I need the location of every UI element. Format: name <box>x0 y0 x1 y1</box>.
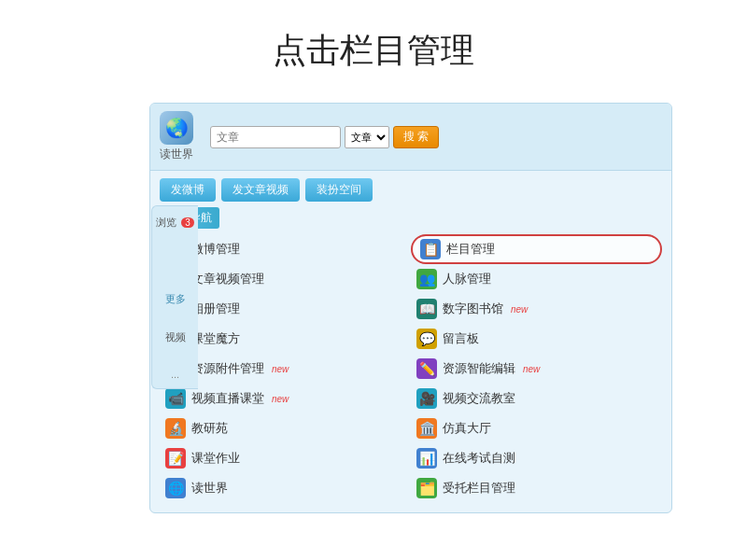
live-label: 视频直播课堂 <box>191 390 264 407</box>
homework-label: 课堂作业 <box>191 450 240 467</box>
sidebar-more[interactable]: 更多 <box>154 289 196 309</box>
renmai-label: 人脉管理 <box>443 271 491 287</box>
resource-new-badge: new <box>272 364 289 374</box>
trusted-lanmu-label: 受托栏目管理 <box>443 480 515 497</box>
live-icon: 📹 <box>165 388 186 409</box>
lanmu-label: 栏目管理 <box>446 241 495 258</box>
homework-icon: 📝 <box>165 448 186 469</box>
exam-label: 在线考试自测 <box>443 450 515 467</box>
search-type-select[interactable]: 文章 <box>345 126 389 148</box>
globe-icon: 🌏 <box>165 117 189 139</box>
page-title: 点击栏目管理 <box>0 0 747 92</box>
research-icon: 🔬 <box>165 418 186 439</box>
menu-item-smart-edit[interactable]: ✏️ 资源智能编辑 new <box>411 354 662 384</box>
menu-item-renmai[interactable]: 👥 人脉管理 <box>411 264 662 294</box>
library-icon: 📖 <box>416 299 437 319</box>
resource-label: 资源附件管理 <box>191 360 264 377</box>
search-area: 文章 搜 索 <box>210 126 439 148</box>
search-button[interactable]: 搜 索 <box>393 126 439 148</box>
card-topbar: 🌏 读世界 文章 搜 索 <box>150 104 671 171</box>
simulation-label: 仿真大厅 <box>443 420 491 437</box>
video-exchange-label: 视频交流教室 <box>443 390 515 407</box>
menu-item-trusted-lanmu[interactable]: 🗂️ 受托栏目管理 <box>411 473 662 503</box>
menu-item-library[interactable]: 📖 数字图书馆 new <box>411 294 662 324</box>
browse-count: 3 <box>181 217 194 228</box>
smart-edit-label: 资源智能编辑 <box>443 360 515 377</box>
menu-item-research[interactable]: 🔬 教研苑 <box>160 413 411 443</box>
exam-icon: 📊 <box>416 448 437 469</box>
post-weibo-button[interactable]: 发微博 <box>160 178 216 202</box>
dushijie-label: 读世界 <box>191 480 228 497</box>
menu-item-homework[interactable]: 📝 课堂作业 <box>160 443 411 473</box>
library-new-badge: new <box>511 304 528 315</box>
simulation-icon: 🏛️ <box>416 418 437 439</box>
sidebar-dots: ... <box>154 366 196 383</box>
action-row: 发微博 发文章视频 装扮空间 <box>150 171 671 207</box>
smart-edit-icon: ✏️ <box>416 358 437 379</box>
lanmu-icon: 📋 <box>420 239 441 259</box>
weibo-label: 微博管理 <box>191 241 240 258</box>
live-new-badge: new <box>272 394 289 404</box>
video-exchange-icon: 🎥 <box>416 388 437 409</box>
smart-edit-new-badge: new <box>523 364 540 374</box>
menu-item-video-exchange[interactable]: 🎥 视频交流教室 <box>411 384 662 413</box>
app-icon: 🌏 <box>160 111 193 145</box>
album-label: 相册管理 <box>191 301 240 317</box>
trusted-lanmu-icon: 🗂️ <box>416 478 437 498</box>
main-card: 🌏 读世界 文章 搜 索 发微博 发文章视频 装扮空间 快速导航 📷 微博管理 … <box>149 103 672 513</box>
menu-grid: 📷 微博管理 📋 栏目管理 🎬 文章视频管理 👥 人脉管理 📸 相册管理 📖 数… <box>150 234 671 503</box>
post-article-button[interactable]: 发文章视频 <box>221 178 300 202</box>
menu-item-message[interactable]: 💬 留言板 <box>411 324 662 354</box>
library-label: 数字图书馆 <box>443 301 503 317</box>
app-name: 读世界 <box>160 147 193 162</box>
message-icon: 💬 <box>416 329 437 349</box>
message-label: 留言板 <box>443 330 479 347</box>
dushijie-icon: 🌐 <box>165 478 186 498</box>
renmai-icon: 👥 <box>416 269 437 289</box>
search-input[interactable] <box>210 126 341 148</box>
menu-item-exam[interactable]: 📊 在线考试自测 <box>411 443 662 473</box>
menu-item-lanmu[interactable]: 📋 栏目管理 <box>411 234 662 264</box>
menu-item-dushijie[interactable]: 🌐 读世界 <box>160 473 411 503</box>
research-label: 教研苑 <box>191 420 228 437</box>
sidebar-video: 视频 <box>154 328 196 347</box>
classroom-label: 课堂魔方 <box>191 330 240 347</box>
menu-item-simulation[interactable]: 🏛️ 仿真大厅 <box>411 413 662 443</box>
sidebar-browse: 浏览 3 <box>154 212 196 233</box>
decorate-space-button[interactable]: 装扮空间 <box>305 178 373 202</box>
article-video-label: 文章视频管理 <box>191 271 264 287</box>
